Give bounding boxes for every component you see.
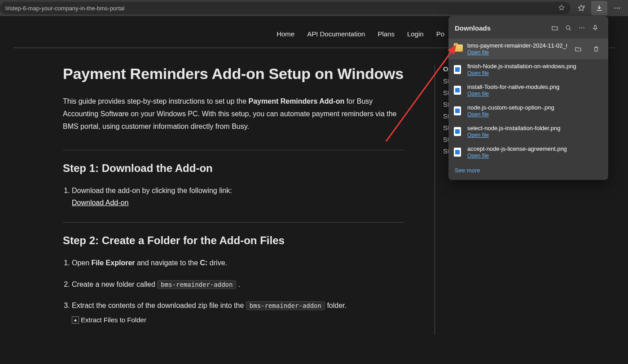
download-item[interactable]: accept-node-js-license-agreement.png Ope… (448, 142, 608, 162)
section-divider (63, 150, 404, 150)
browser-toolbar: l#step-6-map-your-company-in-the-bms-por… (0, 0, 628, 16)
folder-name-code: bms-remainder-addon (157, 280, 236, 289)
open-file-link[interactable]: Open file (467, 91, 489, 97)
url-bar[interactable]: l#step-6-map-your-company-in-the-bms-por… (0, 2, 571, 14)
nav-login[interactable]: Login (407, 30, 424, 38)
image-file-icon (454, 65, 461, 74)
svg-point-3 (566, 26, 570, 29)
section-divider (63, 222, 404, 223)
download-filename: bms-payment-remainder-2024-11-02_0 (467, 42, 567, 49)
download-filename: node.js-custom-setup-option-.png (467, 104, 603, 111)
search-downloads-icon[interactable] (562, 22, 575, 34)
favorites-icon[interactable] (573, 1, 589, 15)
step2-item1: Open File Explorer and navigate to the C… (72, 257, 404, 269)
page-title: Payment Reminders Add-on Setup on Window… (63, 65, 404, 83)
step2-heading: Step 2: Create a Folder for the Add-on F… (63, 234, 404, 247)
open-file-link[interactable]: Open file (467, 153, 489, 159)
svg-point-4 (579, 27, 580, 28)
nav-portal[interactable]: Po (436, 30, 444, 38)
step1-heading: Step 1: Download the Add-on (63, 162, 404, 175)
show-in-folder-icon[interactable] (571, 43, 585, 55)
see-more-link[interactable]: See more (448, 162, 608, 175)
nav-plans[interactable]: Plans (378, 30, 395, 38)
step2-item3: Extract the contents of the downloaded z… (72, 299, 404, 326)
intro-paragraph: This guide provides step-by-step instruc… (63, 95, 404, 133)
open-file-link[interactable]: Open file (467, 49, 489, 56)
downloads-toolbar-icon[interactable] (591, 1, 607, 15)
bookmark-star-icon[interactable] (558, 4, 565, 13)
more-downloads-icon[interactable] (575, 22, 588, 34)
open-file-link[interactable]: Open file (467, 111, 489, 118)
download-item[interactable]: node.js-custom-setup-option-.png Open fi… (448, 101, 608, 121)
download-addon-link[interactable]: Download Add-on (72, 199, 128, 206)
downloads-title: Downloads (455, 24, 491, 32)
folder-icon (454, 44, 463, 52)
broken-image-placeholder: ▲ Extract Files to Folder (72, 314, 146, 326)
image-file-icon (454, 106, 461, 115)
article: Payment Reminders Add-on Setup on Window… (63, 65, 404, 335)
more-menu-icon[interactable] (609, 1, 625, 15)
image-file-icon (454, 148, 461, 157)
download-item[interactable]: select-node.js-installation-folder.png O… (448, 121, 608, 142)
open-downloads-folder-icon[interactable] (548, 22, 562, 34)
delete-download-icon[interactable] (589, 43, 603, 55)
nav-api-documentation[interactable]: API Documentation (307, 30, 365, 38)
svg-point-6 (584, 27, 584, 28)
download-filename: install-Tools-for-native-modules.png (467, 83, 603, 90)
image-file-icon (454, 86, 461, 95)
svg-point-0 (615, 8, 615, 9)
pin-downloads-icon[interactable] (588, 22, 602, 34)
svg-point-1 (617, 8, 618, 9)
open-file-link[interactable]: Open file (467, 70, 489, 76)
step1-item1: Download the add-on by clicking the foll… (72, 184, 404, 209)
download-item[interactable]: finish-Node.js-installation-on-windows.p… (448, 59, 608, 80)
step2-item2: Create a new folder called bms-remainder… (72, 278, 404, 290)
nav-home[interactable]: Home (277, 30, 294, 38)
download-filename: select-node.js-installation-folder.png (467, 125, 603, 132)
download-filename: accept-node-js-license-agreement.png (467, 145, 603, 152)
svg-point-5 (581, 27, 582, 28)
download-filename: finish-Node.js-installation-on-windows.p… (467, 63, 603, 70)
download-item[interactable]: bms-payment-remainder-2024-11-02_0 Open … (448, 39, 608, 59)
image-file-icon (454, 127, 461, 136)
url-text: l#step-6-map-your-company-in-the-bms-por… (5, 5, 124, 12)
image-icon: ▲ (72, 316, 79, 324)
download-item[interactable]: install-Tools-for-native-modules.png Ope… (448, 80, 608, 101)
downloads-panel: Downloads bms-payment-remainder-2024-11-… (448, 16, 608, 180)
svg-point-2 (619, 8, 620, 9)
folder-name-code: bms-remainder-addon (246, 301, 325, 310)
open-file-link[interactable]: Open file (467, 132, 489, 138)
